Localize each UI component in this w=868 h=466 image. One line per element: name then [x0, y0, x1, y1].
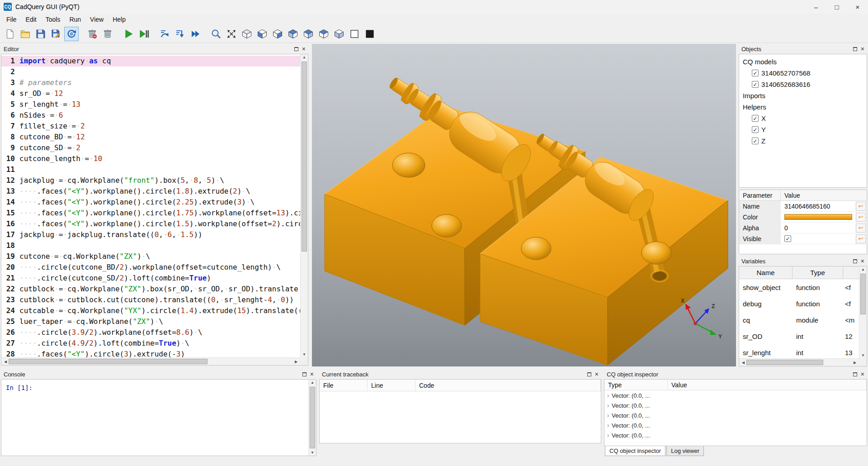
front-view-button[interactable] — [255, 27, 269, 41]
editor-line[interactable]: 7fillet_size·=·2 — [1, 121, 300, 132]
cad-scene[interactable]: X Z Y — [312, 44, 736, 366]
float-panel-icon[interactable] — [302, 372, 307, 376]
editor-line[interactable]: 20····.circle(cutcone_BD/2).workplane(of… — [1, 262, 300, 273]
maximize-button[interactable]: □ — [826, 0, 847, 14]
expand-icon[interactable]: › — [604, 402, 612, 409]
editor-line[interactable]: 25luer_taper·=·cq.Workplane("ZX")·\ — [1, 316, 300, 327]
reset-button[interactable]: ↩ — [856, 213, 866, 222]
scroll-down-icon[interactable]: ▼ — [859, 353, 867, 357]
menu-item-help[interactable]: Help — [108, 14, 130, 24]
top-view-button[interactable] — [316, 27, 331, 41]
variable-row[interactable]: cqmodule<m — [739, 312, 859, 328]
reset-button[interactable]: ↩ — [856, 223, 866, 233]
step-into-button[interactable] — [173, 27, 187, 41]
variable-row[interactable]: show_objectfunction<f — [739, 279, 859, 295]
property-value[interactable] — [781, 214, 856, 220]
float-panel-icon[interactable] — [294, 47, 298, 51]
reset-button[interactable]: ↩ — [856, 202, 866, 211]
editor-line[interactable]: 11 — [1, 164, 300, 175]
delete-objects-button[interactable] — [100, 27, 115, 41]
inspector-row[interactable]: ›Vector: (0.0, ... — [604, 420, 867, 430]
expand-icon[interactable]: › — [604, 422, 612, 429]
scroll-right-icon[interactable]: ▶ — [294, 360, 298, 364]
menu-item-view[interactable]: View — [85, 14, 108, 24]
inspector-row[interactable]: ›Vector: (0.0, ... — [604, 400, 867, 410]
editor-line[interactable]: 6nSides·=·6 — [1, 110, 300, 121]
fit-all-button[interactable] — [224, 27, 239, 41]
inspector-row[interactable]: ›Vector: (0.0, ... — [604, 410, 867, 420]
close-panel-icon[interactable]: × — [861, 372, 864, 376]
editor-line[interactable]: 5sr_lenght·=·13 — [1, 99, 300, 110]
editor-line[interactable]: 21····.circle(cutcone_SD/2).loft(combine… — [1, 273, 300, 284]
editor-line[interactable]: 12jackplug·=·cq.Workplane("front").box(5… — [1, 175, 300, 186]
save-script-button[interactable] — [33, 27, 48, 41]
variable-row[interactable]: sr_ODint12 — [739, 328, 859, 344]
editor-line[interactable]: 15····.faces("<Y").workplane().circle(1.… — [1, 208, 300, 219]
checkbox[interactable]: ✓ — [752, 81, 759, 88]
console-body[interactable]: In [1]: ▲ ▼ — [1, 379, 316, 456]
menu-item-run[interactable]: Run — [65, 14, 85, 24]
property-value[interactable]: 0 — [781, 224, 856, 232]
debug-button[interactable] — [137, 27, 151, 41]
editor-line[interactable]: 1import·cadquery·as·cq — [1, 56, 300, 67]
close-panel-icon[interactable]: × — [861, 47, 864, 51]
bottom-view-button[interactable] — [332, 27, 346, 41]
variable-row[interactable]: sr_lenghtint13 — [739, 344, 859, 358]
close-panel-icon[interactable]: × — [861, 259, 864, 263]
variables-vertical-scrollbar[interactable]: ▲ ▼ — [859, 266, 867, 358]
render-button[interactable] — [121, 27, 136, 41]
iso-view-button[interactable] — [240, 27, 254, 41]
back-view-button[interactable] — [270, 27, 285, 41]
editor-line[interactable]: 28····.faces("<Y").circle(3).extrude(-3) — [1, 349, 300, 357]
right-view-button[interactable] — [301, 27, 316, 41]
editor-line[interactable]: 3# parameters — [1, 77, 300, 88]
editor-line[interactable]: 17jackplug·=·jackplug.translate((0,·6,·1… — [1, 229, 300, 240]
minimize-button[interactable]: – — [806, 0, 826, 14]
checkbox[interactable]: ✓ — [752, 138, 759, 144]
menu-item-file[interactable]: File — [2, 14, 21, 24]
variable-row[interactable]: debugfunction<f — [739, 295, 859, 312]
float-panel-icon[interactable] — [853, 372, 857, 376]
editor-line[interactable]: 24cutcable·=·cq.Workplane("YX").circle(1… — [1, 305, 300, 316]
editor-line[interactable]: 14····.faces("<Y").workplane().circle(2.… — [1, 197, 300, 208]
float-panel-icon[interactable] — [853, 47, 857, 51]
visible-checkbox[interactable]: ✓ — [784, 235, 791, 242]
scroll-up-icon[interactable]: ▲ — [309, 380, 316, 385]
wireframe-button[interactable] — [347, 27, 362, 41]
left-view-button[interactable] — [286, 27, 300, 41]
editor-line[interactable]: 10cutcone_length·=·10 — [1, 153, 300, 164]
scroll-down-icon[interactable]: ▼ — [301, 352, 308, 357]
editor-line[interactable]: 16····.faces("<Y").workplane().circle(1.… — [1, 219, 300, 229]
close-button[interactable]: × — [847, 0, 868, 14]
editor-line[interactable]: 9cutcone_SD·=·2 — [1, 143, 300, 153]
tree-item[interactable]: ✓X — [740, 113, 866, 124]
scroll-up-icon[interactable]: ▲ — [859, 267, 867, 271]
open-script-button[interactable] — [18, 27, 33, 41]
editor-line[interactable]: 8cutcone_BD·=·12 — [1, 132, 300, 143]
expand-icon[interactable]: › — [604, 392, 612, 399]
console-prompt[interactable]: In [1]: — [1, 380, 316, 391]
tree-item[interactable]: ✓3140652683616 — [740, 79, 866, 90]
editor-line[interactable]: 26····.circle(3.9/2).workplane(offset=8.… — [1, 327, 300, 338]
editor-line[interactable]: 2 — [1, 67, 300, 77]
clear-console-button[interactable] — [85, 27, 99, 41]
variables-horizontal-scrollbar[interactable]: ◀ ▶ — [739, 358, 859, 366]
tree-item[interactable]: ✓Y — [740, 124, 866, 135]
tree-item[interactable]: ✓Z — [740, 135, 866, 147]
console-vertical-scrollbar[interactable]: ▲ ▼ — [308, 380, 316, 456]
tab-cq-object-inspector[interactable]: CQ object inspector — [605, 446, 665, 456]
viewport-3d[interactable]: X Z Y — [312, 44, 736, 366]
fit-view-button[interactable] — [209, 27, 223, 41]
editor-line[interactable]: 23cutblock·=·cutblock.cut(cutcone).trans… — [1, 295, 300, 305]
property-value[interactable]: ✓ — [781, 235, 856, 242]
color-swatch[interactable] — [784, 214, 852, 220]
menu-item-edit[interactable]: Edit — [21, 14, 41, 24]
autoreload-button[interactable] — [64, 27, 79, 41]
step-over-button[interactable] — [157, 27, 172, 41]
editor-line[interactable]: 13····.faces("<Y").workplane().circle(1.… — [1, 186, 300, 197]
checkbox[interactable]: ✓ — [752, 126, 759, 133]
menu-item-tools[interactable]: Tools — [41, 14, 65, 24]
property-value[interactable]: 3140646685160 — [781, 203, 856, 210]
tab-log-viewer[interactable]: Log viewer — [666, 446, 704, 456]
editor-body[interactable]: 1import·cadquery·as·cq23# parameters4sr_… — [1, 54, 308, 366]
